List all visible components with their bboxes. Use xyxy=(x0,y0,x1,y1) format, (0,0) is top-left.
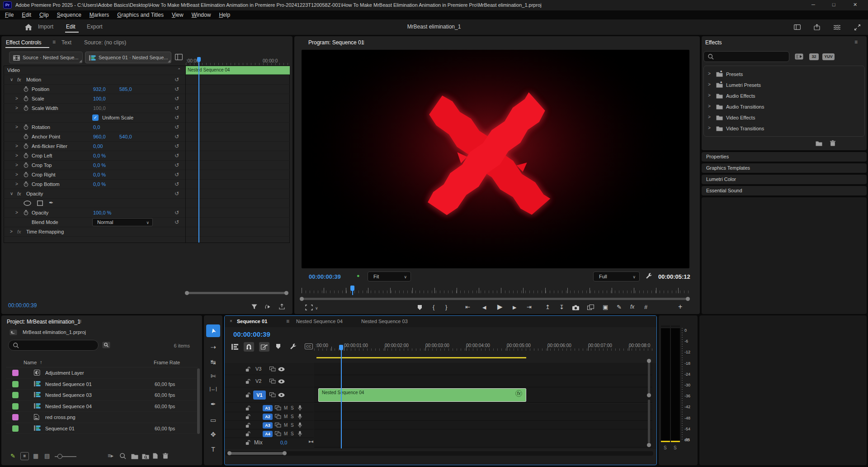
property-value[interactable]: 0,0 % xyxy=(93,181,106,187)
property-value[interactable]: 540,0 xyxy=(119,134,132,139)
source-clip-button[interactable]: Source · Nested Seque... xyxy=(9,52,83,63)
clip-fx-badge[interactable]: fx xyxy=(515,390,522,397)
mute-button[interactable]: M xyxy=(284,423,288,428)
solo-right-button[interactable]: S xyxy=(674,445,677,450)
mark-in-button[interactable]: { xyxy=(433,304,434,310)
mute-button[interactable]: M xyxy=(284,414,288,419)
track-target-v1[interactable]: V1 xyxy=(253,391,266,400)
project-menu-icon[interactable]: ≡ xyxy=(78,318,81,324)
property-value[interactable]: 585,0 xyxy=(119,86,132,92)
extract-button[interactable]: ↧ xyxy=(559,304,564,310)
track-name-v2[interactable]: V2 xyxy=(255,378,261,384)
reset-parameter-icon[interactable]: ↺ xyxy=(175,219,179,225)
program-scrollbar-left-handle[interactable] xyxy=(300,297,304,301)
expander-chevron-icon[interactable]: > xyxy=(708,104,711,109)
expander-chevron-icon[interactable]: > xyxy=(15,96,18,101)
column-header-frame-rate[interactable]: Frame Rate xyxy=(154,360,180,365)
voiceover-record-mic-icon[interactable] xyxy=(298,414,302,419)
zoom-level-select[interactable]: Fit ∨ xyxy=(368,272,411,281)
find-button[interactable] xyxy=(120,453,126,459)
mark-out-button[interactable]: } xyxy=(445,304,447,310)
stopwatch-icon[interactable] xyxy=(24,134,28,139)
sync-lock-icon[interactable] xyxy=(269,367,276,372)
voiceover-record-mic-icon[interactable] xyxy=(298,431,302,437)
close-button[interactable]: ✕ xyxy=(853,2,857,8)
reset-parameter-icon[interactable]: ↺ xyxy=(175,124,179,130)
mini-scrollbar-right-handle[interactable] xyxy=(284,291,288,295)
mini-timeline-scrollbar[interactable] xyxy=(187,292,286,294)
track-content-row[interactable] xyxy=(314,363,652,375)
new-item-button[interactable] xyxy=(153,453,158,459)
stopwatch-icon[interactable] xyxy=(24,181,28,187)
search-bin-icon[interactable] xyxy=(102,342,110,348)
menu-graphics-and-titles[interactable]: Graphics and Titles xyxy=(113,10,168,19)
breadcrumb[interactable]: MrBeast elimination_1.prproj xyxy=(23,329,86,335)
effects-tree-item-video-transitions[interactable]: >Video Transitions xyxy=(703,124,865,134)
effects-search-input[interactable] xyxy=(703,51,789,62)
property-value[interactable]: 960,0 xyxy=(93,134,106,139)
minimize-button[interactable]: ─ xyxy=(811,2,815,7)
properties-panel-tab[interactable]: Properties xyxy=(702,152,867,162)
property-value[interactable]: 100,0 xyxy=(93,105,106,111)
pen-mask-icon[interactable]: ✒ xyxy=(49,200,53,206)
pen-tool[interactable]: ✒ xyxy=(204,400,222,408)
expander-chevron-icon[interactable]: > xyxy=(15,172,18,177)
tab-source-no-clips[interactable]: Source: (no clips) xyxy=(84,39,126,46)
property-value[interactable]: 932,0 xyxy=(93,86,106,92)
menu-edit[interactable]: Edit xyxy=(18,10,35,19)
effect-controls-menu-icon[interactable]: ≡ xyxy=(52,39,56,45)
label-color-swatch[interactable] xyxy=(12,392,19,398)
expander-chevron-icon[interactable]: > xyxy=(708,125,711,130)
expander-chevron-icon[interactable]: > xyxy=(708,82,711,87)
safe-margins-button[interactable]: # xyxy=(644,304,647,310)
comparison-view-button[interactable]: ▣ xyxy=(603,304,608,310)
reset-parameter-icon[interactable]: ↺ xyxy=(175,152,179,159)
settings-grid-icon[interactable] xyxy=(305,305,313,310)
expander-chevron-icon[interactable]: > xyxy=(15,181,18,186)
expander-chevron-icon[interactable]: > xyxy=(15,162,18,167)
expander-chevron-icon[interactable]: > xyxy=(15,210,18,215)
new-bin-button[interactable] xyxy=(131,453,138,459)
mute-button[interactable]: M xyxy=(284,405,288,410)
menu-window[interactable]: Window xyxy=(188,10,215,19)
effects-tree-item-audio-transitions[interactable]: >Audio Transitions xyxy=(703,102,865,113)
program-ruler-major-ticks[interactable] xyxy=(302,288,689,293)
property-value[interactable]: 0,0 % xyxy=(93,172,106,177)
track-content-row[interactable] xyxy=(314,413,652,421)
annotate-button[interactable]: ✎ xyxy=(617,304,622,310)
label-color-swatch[interactable] xyxy=(12,370,19,376)
expander-chevron-icon[interactable]: > xyxy=(708,114,711,119)
property-value[interactable]: 0,0 % xyxy=(93,153,106,158)
mini-timeline-clip[interactable]: Nested Sequence 04 xyxy=(186,66,290,75)
program-timecode[interactable]: 00:00:00:39 xyxy=(309,273,341,280)
voiceover-record-mic-icon[interactable] xyxy=(298,405,302,411)
stopwatch-icon[interactable] xyxy=(24,210,28,215)
expander-chevron-icon[interactable]: > xyxy=(708,71,711,76)
track-select-forward-tool[interactable]: ⇢ xyxy=(204,343,222,351)
lock-icon[interactable] xyxy=(245,414,250,419)
project-item-red-cross-png[interactable]: red cross.png xyxy=(6,412,197,423)
icon-view-button[interactable]: ▦ xyxy=(33,453,38,459)
freeform-view-button[interactable]: ▤ xyxy=(44,453,50,459)
lock-icon[interactable] xyxy=(245,405,250,411)
sync-lock-icon[interactable] xyxy=(275,431,281,436)
button-editor-add-button[interactable]: + xyxy=(678,303,682,311)
tab-text[interactable]: Text xyxy=(61,39,71,46)
program-scrollbar[interactable] xyxy=(302,298,689,300)
video-tracks-scrollbar[interactable] xyxy=(648,361,650,395)
reset-parameter-icon[interactable]: ↺ xyxy=(175,210,179,216)
effects-tree-item-audio-effects[interactable]: >Audio Effects xyxy=(703,91,865,102)
video-scrollbar-top-handle[interactable] xyxy=(647,359,651,363)
label-color-swatch[interactable] xyxy=(12,414,19,420)
sync-lock-icon[interactable] xyxy=(269,392,276,397)
expander-chevron-icon[interactable]: ∨ xyxy=(10,77,13,82)
effects-menu-icon[interactable]: ≡ xyxy=(854,39,858,45)
lock-icon[interactable] xyxy=(245,367,250,372)
essential-sound-panel-tab[interactable]: Essential Sound xyxy=(702,186,867,195)
timeline-hscroll-left-handle[interactable] xyxy=(227,451,231,455)
track-name-v3[interactable]: V3 xyxy=(255,366,261,372)
project-search-input[interactable] xyxy=(8,340,99,351)
solo-button[interactable]: S xyxy=(291,405,294,410)
menu-view[interactable]: View xyxy=(168,10,188,19)
rectangle-mask-icon[interactable] xyxy=(37,200,43,206)
